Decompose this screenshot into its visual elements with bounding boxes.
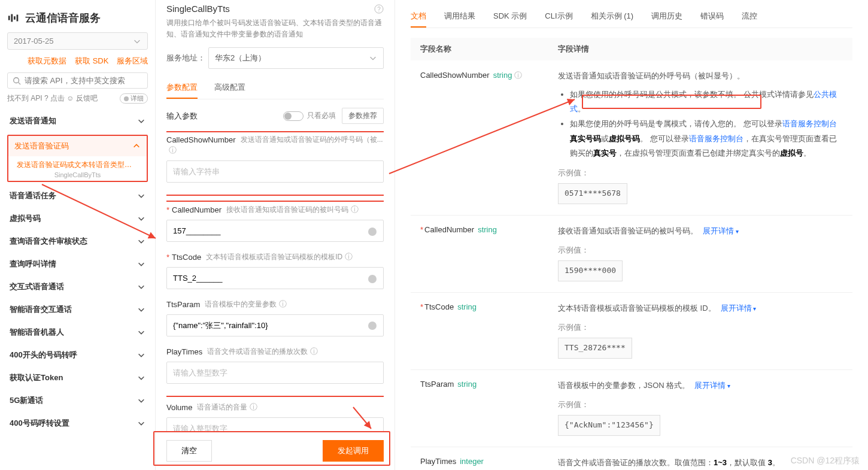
link-metadata[interactable]: 获取元数据 — [28, 56, 66, 65]
nav-item[interactable]: 查询呼叫详情 — [7, 253, 148, 275]
chevron-down-icon — [137, 419, 145, 427]
nav-item[interactable]: 5G新通话 — [7, 389, 148, 412]
doc-tab[interactable]: 文档 — [411, 6, 426, 28]
toggle-only-required[interactable] — [283, 111, 304, 121]
question-icon[interactable]: ⓘ — [345, 251, 353, 262]
toggle-label: 只看必填 — [307, 111, 336, 121]
detail-toggle[interactable]: 详细 — [120, 93, 148, 104]
logo-icon — [7, 11, 20, 25]
chevron-down-icon — [137, 260, 145, 268]
question-icon[interactable]: ⓘ — [351, 204, 359, 215]
nav-item[interactable]: 400号码呼转设置 — [7, 412, 148, 435]
recommend-button[interactable]: 参数推荐 — [342, 108, 384, 124]
svg-rect-2 — [14, 16, 16, 20]
chevron-down-icon — [137, 328, 145, 336]
help-icon[interactable]: ? — [374, 4, 384, 14]
doc-tab[interactable]: SDK 示例 — [493, 6, 527, 28]
api-desc: 调用接口给单个被叫号码发送语音验证码、文本转语音类型的语音通知、语音通知文件中带… — [166, 17, 384, 40]
chevron-down-icon — [137, 305, 145, 314]
expand-link[interactable]: 展开详情 — [703, 226, 739, 235]
doc-field-row: PlayTimesinteger语音文件或语音验证的播放次数。取值范围：1~3，… — [411, 447, 852, 470]
doc-link[interactable]: 语音服务控制台 — [782, 119, 837, 128]
search-icon — [13, 77, 21, 85]
param-name: Volume — [166, 403, 192, 412]
nav-item[interactable]: 语音通话任务 — [7, 184, 148, 207]
param-name: CalledShowNumber — [166, 135, 236, 144]
param-name: TtsCode — [172, 253, 201, 262]
submit-button[interactable]: 发起调用 — [323, 440, 384, 462]
example-value: 0571****5678 — [558, 183, 627, 204]
nav-item[interactable]: 400开头的号码转呼 — [7, 344, 148, 366]
chevron-down-icon — [137, 117, 145, 125]
chevron-down-icon — [137, 192, 145, 200]
tab-advanced-config[interactable]: 高级配置 — [214, 77, 245, 99]
expand-link[interactable]: 展开详情 — [694, 381, 730, 390]
nav-sub-api: SingleCallByTts — [8, 171, 147, 181]
param-hint: 语音模板中的变量参数 — [205, 299, 277, 310]
feedback-hint: 找不到 API ? 点击 ☺ 反馈吧 详细 — [7, 93, 148, 104]
clear-icon[interactable] — [368, 275, 377, 283]
doc-link[interactable]: 语音服务控制台 — [689, 134, 743, 143]
example-value: TTS_28726**** — [558, 338, 632, 359]
version-select[interactable]: 2017-05-25 — [7, 32, 148, 50]
param-name: PlayTimes — [166, 347, 202, 356]
api-search-input[interactable] — [7, 72, 148, 89]
nav-item[interactable]: 查询语音文件审核状态 — [7, 230, 148, 253]
doc-field-row: CalledShowNumberstringⓘ发送语音通知或语音验证码的外呼号码… — [411, 60, 852, 216]
param-name: TtsParam — [166, 300, 200, 309]
question-icon[interactable]: ⓘ — [279, 299, 287, 310]
api-title: SingleCallByTts — [166, 4, 230, 14]
link-region[interactable]: 服务区域 — [117, 56, 148, 65]
input-params-label: 输入参数 — [166, 111, 198, 122]
clear-button[interactable]: 清空 — [166, 440, 212, 462]
nav-item[interactable]: 智能语音交互通话 — [7, 298, 148, 321]
param-hint: 语音通话的音量 — [197, 402, 247, 413]
param-input-ttsparam[interactable] — [166, 314, 384, 336]
param-input-callednumber[interactable] — [166, 220, 384, 242]
doc-tab[interactable]: 相关示例 (1) — [591, 6, 634, 28]
nav-item[interactable]: 交互式语音通话 — [7, 275, 148, 298]
chevron-down-icon — [137, 374, 145, 382]
svg-rect-1 — [11, 14, 13, 22]
param-input-calledshownumber[interactable] — [166, 160, 384, 183]
example-value: {"AckNum":"123456"} — [558, 415, 660, 436]
nav-item[interactable]: 虚拟号码 — [7, 207, 148, 230]
doc-tab[interactable]: 调用结果 — [444, 6, 475, 28]
svg-rect-3 — [17, 15, 19, 22]
chevron-down-icon — [137, 214, 145, 223]
doc-link[interactable]: 公共模式 — [570, 90, 837, 114]
chevron-down-icon — [133, 37, 141, 46]
svg-point-4 — [14, 77, 19, 83]
nav-sub-singlecall[interactable]: 发送语音验证码或文本转语音类型的语... — [8, 156, 147, 171]
clear-icon[interactable] — [368, 228, 377, 236]
svg-text:?: ? — [377, 6, 381, 13]
doc-tab[interactable]: 流控 — [742, 6, 757, 28]
param-hint: 语音文件或语音验证的播放次数 — [207, 347, 308, 357]
question-icon[interactable]: ⓘ — [169, 145, 177, 156]
service-region-select[interactable]: 华东2（上海） — [208, 47, 384, 69]
meta-links: 获取元数据 获取 SDK 服务区域 — [7, 56, 148, 66]
nav-send-voice-notice[interactable]: 发送语音通知 — [7, 110, 148, 132]
service-label: 服务地址： — [166, 53, 208, 63]
app-title: 云通信语音服务 — [7, 11, 148, 25]
chevron-down-icon — [137, 283, 145, 291]
param-input-ttscode[interactable] — [166, 267, 384, 289]
doc-tab[interactable]: 错误码 — [700, 6, 724, 28]
nav-item[interactable]: 智能语音机器人 — [7, 321, 148, 344]
param-input-volume[interactable] — [166, 417, 384, 431]
chevron-up-icon — [132, 142, 141, 150]
param-hint: 文本转语音模板或语音验证码模板的模板ID — [206, 252, 342, 262]
doc-tab[interactable]: CLI示例 — [545, 6, 572, 28]
doc-tab[interactable]: 调用历史 — [651, 6, 682, 28]
question-icon[interactable]: ⓘ — [310, 346, 318, 357]
nav-item[interactable]: 获取认证Token — [7, 366, 148, 389]
param-name: CalledNumber — [172, 205, 221, 214]
param-input-playtimes[interactable] — [166, 362, 384, 384]
param-hint: 发送语音通知或语音验证码的外呼号码（被... — [241, 135, 383, 145]
expand-link[interactable]: 展开详情 — [721, 304, 757, 313]
nav-voice-captcha[interactable]: 发送语音验证码 — [8, 136, 147, 156]
question-icon[interactable]: ⓘ — [250, 402, 257, 413]
link-sdk[interactable]: 获取 SDK — [75, 56, 108, 65]
tab-param-config[interactable]: 参数配置 — [166, 77, 198, 99]
chevron-down-icon — [137, 237, 145, 245]
